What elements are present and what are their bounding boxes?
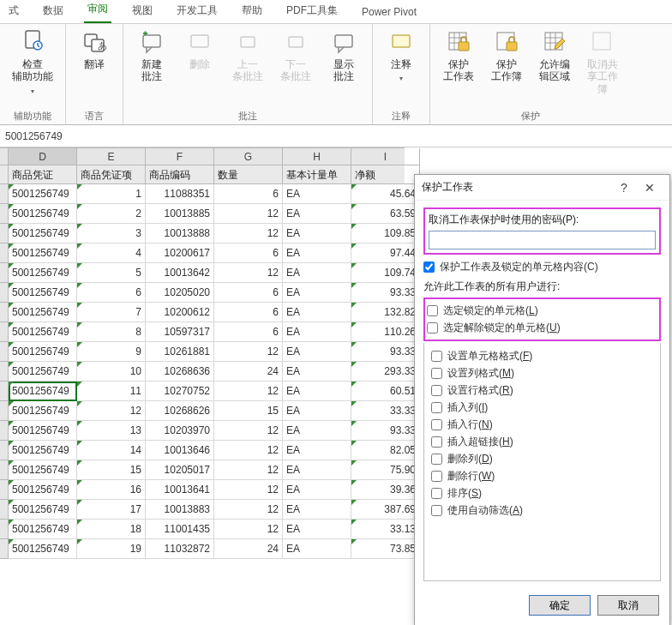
cancel-button[interactable]: 取消	[597, 595, 659, 616]
row-header[interactable]	[0, 460, 9, 480]
cell[interactable]: 45.64	[351, 184, 420, 204]
cell[interactable]: 12	[214, 520, 283, 539]
cell[interactable]: 3	[77, 224, 146, 243]
row-header[interactable]	[0, 480, 9, 500]
cell[interactable]: 10200612	[146, 303, 214, 322]
row-header[interactable]	[0, 224, 9, 243]
header-cell[interactable]: 商品凭证项	[77, 165, 146, 184]
header-cell[interactable]: 净额	[351, 165, 420, 184]
show-comments-button[interactable]: 显示批注	[322, 27, 365, 85]
cell[interactable]: 82.05	[351, 441, 420, 460]
row-header[interactable]	[0, 500, 9, 520]
permission-item[interactable]: 插入超链接(H)	[428, 435, 657, 449]
permission-checkbox[interactable]	[431, 351, 442, 362]
cell[interactable]: 33.13	[351, 520, 420, 539]
header-cell[interactable]: 商品凭证	[9, 165, 77, 184]
next-comment-button[interactable]: 下一条批注	[274, 27, 317, 85]
cell[interactable]: 10013641	[146, 480, 214, 500]
row-header[interactable]	[0, 303, 9, 322]
cell[interactable]: 10013642	[146, 263, 214, 283]
permission-item[interactable]: 排序(S)	[428, 486, 657, 501]
cell[interactable]: 10205020	[146, 283, 214, 303]
column-header[interactable]: I	[351, 148, 420, 165]
cell[interactable]: 12	[214, 441, 283, 460]
cell[interactable]: 12	[214, 421, 283, 441]
cell[interactable]: 17	[77, 500, 146, 520]
ribbon-tab[interactable]: 帮助	[238, 0, 266, 23]
cell[interactable]: 73.85	[351, 539, 420, 559]
cell[interactable]: 16	[77, 480, 146, 500]
cell[interactable]: 5001256749	[9, 441, 77, 460]
cell[interactable]: 11	[77, 382, 146, 401]
row-header[interactable]	[0, 421, 9, 441]
cell[interactable]: EA	[283, 401, 351, 421]
cell[interactable]: 5001256749	[9, 520, 77, 539]
ribbon-tab[interactable]: 开发工具	[173, 0, 221, 23]
cell[interactable]: 2	[77, 204, 146, 224]
cell[interactable]: EA	[283, 184, 351, 204]
row-header[interactable]	[0, 362, 9, 382]
cell[interactable]: 97.44	[351, 243, 420, 263]
cell[interactable]: 5001256749	[9, 283, 77, 303]
permission-checkbox[interactable]	[431, 454, 442, 465]
cell[interactable]: 5001256749	[9, 322, 77, 342]
cell[interactable]: 5001256749	[9, 500, 77, 520]
cell[interactable]: 75.90	[351, 460, 420, 480]
row-header[interactable]	[0, 382, 9, 401]
cell[interactable]: 8	[77, 322, 146, 342]
column-header[interactable]: D	[9, 148, 77, 165]
cell[interactable]: 60.51	[351, 382, 420, 401]
cell[interactable]: EA	[283, 421, 351, 441]
permission-checkbox[interactable]	[431, 368, 442, 379]
help-button[interactable]: ?	[611, 181, 637, 195]
cell[interactable]: EA	[283, 382, 351, 401]
cell[interactable]: 5	[77, 263, 146, 283]
cell[interactable]: 39.36	[351, 480, 420, 500]
cell[interactable]: 5001256749	[9, 303, 77, 322]
cell[interactable]: 10200617	[146, 243, 214, 263]
delete-comment-button[interactable]: 删除	[178, 27, 221, 72]
row-header[interactable]	[0, 184, 9, 204]
column-header[interactable]: F	[146, 148, 214, 165]
permission-item[interactable]: 删除列(D)	[428, 452, 657, 466]
cell[interactable]: 5001256749	[9, 204, 77, 224]
permission-item[interactable]: 插入行(N)	[428, 418, 657, 432]
cell[interactable]: 11032872	[146, 539, 214, 559]
row-header[interactable]	[0, 539, 9, 559]
cell[interactable]: 5001256749	[9, 243, 77, 263]
cell[interactable]: 6	[214, 303, 283, 322]
cell[interactable]: 10203970	[146, 421, 214, 441]
ribbon-tab[interactable]: 审阅	[84, 0, 111, 23]
permission-item[interactable]: 设置行格式(R)	[428, 383, 657, 398]
protect-checkbox[interactable]	[423, 261, 435, 273]
cell[interactable]: 5001256749	[9, 224, 77, 243]
notes-button[interactable]: 注释 ▾	[380, 27, 423, 84]
cell[interactable]: 10013885	[146, 204, 214, 224]
cell[interactable]: 109.74	[351, 263, 420, 283]
permission-checkbox[interactable]	[431, 488, 442, 499]
cell[interactable]: 24	[214, 362, 283, 382]
cell[interactable]: 5001256749	[9, 263, 77, 283]
ribbon-tab[interactable]: 式	[5, 0, 22, 23]
ok-button[interactable]: 确定	[529, 595, 591, 616]
cell[interactable]: 5001256749	[9, 342, 77, 362]
cell[interactable]: 93.33	[351, 342, 420, 362]
password-input[interactable]	[429, 231, 656, 249]
cell[interactable]: 12	[214, 342, 283, 362]
row-header[interactable]	[0, 165, 9, 184]
permission-item[interactable]: 选定锁定的单元格(L)	[427, 303, 657, 318]
unshare-workbook-button[interactable]: 取消共享工作簿	[581, 27, 624, 97]
permission-item[interactable]: 设置列格式(M)	[428, 366, 657, 381]
cell[interactable]: 6	[77, 283, 146, 303]
row-header[interactable]	[0, 243, 9, 263]
cell[interactable]: 387.69	[351, 500, 420, 520]
check-accessibility-button[interactable]: 检查辅助功能 ▾	[7, 27, 58, 97]
column-header[interactable]: G	[214, 148, 283, 165]
protect-checkbox-row[interactable]: 保护工作表及锁定的单元格内容(C)	[423, 260, 661, 274]
permission-checkbox[interactable]	[431, 402, 442, 413]
permission-checkbox[interactable]	[431, 385, 442, 396]
cell[interactable]: 12	[214, 263, 283, 283]
ribbon-tab[interactable]: 数据	[39, 0, 67, 23]
ribbon-tab[interactable]: Power Pivot	[358, 3, 420, 23]
header-cell[interactable]: 商品编码	[146, 165, 214, 184]
